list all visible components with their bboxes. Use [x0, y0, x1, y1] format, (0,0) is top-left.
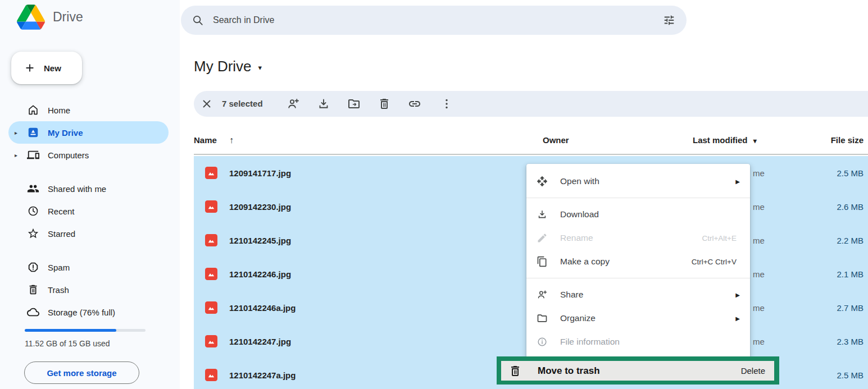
sidebar-item-label: Shared with me — [48, 184, 106, 194]
file-modified-by: me — [753, 168, 765, 178]
drive-logo-icon — [17, 4, 45, 30]
menu-item-open-with[interactable]: Open with ▶ — [526, 170, 750, 193]
sort-direction-caret-icon: ▾ — [753, 137, 757, 145]
file-modified-by: me — [753, 303, 765, 313]
annotation-highlight-box: Move to trash Delete — [497, 356, 779, 385]
drive-logo[interactable]: Drive — [17, 4, 83, 30]
column-header-file-size[interactable]: File size — [831, 135, 864, 145]
submenu-arrow-icon: ▶ — [735, 292, 740, 298]
search-input[interactable] — [213, 15, 663, 25]
storage-progress-bar — [25, 329, 146, 332]
info-icon — [537, 336, 549, 347]
sidebar-item-label: My Drive — [48, 128, 83, 138]
file-name: 1210142246.jpg — [229, 269, 291, 279]
sidebar-item-recent[interactable]: Recent — [0, 200, 180, 222]
home-icon — [27, 104, 39, 116]
sidebar-item-shared-with-me[interactable]: Shared with me — [0, 177, 180, 200]
trash-icon — [27, 283, 39, 296]
sidebar-item-storage[interactable]: Storage (76% full) — [0, 301, 180, 323]
sidebar-item-label: Storage (76% full) — [48, 308, 115, 317]
menu-divider — [526, 278, 750, 278]
sidebar-item-home[interactable]: Home — [0, 99, 180, 121]
column-header-name[interactable]: Name ↑ — [194, 135, 234, 145]
sidebar-item-label: Spam — [48, 263, 70, 272]
column-header-owner[interactable]: Owner — [543, 135, 569, 145]
sidebar-item-label: Starred — [48, 229, 75, 239]
plus-icon — [24, 62, 36, 74]
move-to-folder-icon[interactable] — [347, 97, 361, 111]
rename-pencil-icon — [537, 232, 549, 244]
image-file-icon — [205, 301, 217, 314]
expand-caret-icon[interactable]: ▸ — [15, 152, 20, 158]
menu-item-rename: Rename Ctrl+Alt+E — [526, 226, 750, 250]
get-link-icon[interactable] — [408, 97, 421, 111]
google-drive-app: Drive New Home ▸ My Drive ▸ — [0, 0, 868, 389]
image-file-icon — [205, 268, 217, 280]
storage-cloud-icon — [27, 306, 39, 318]
file-size: 2.7 MB — [837, 303, 864, 313]
my-drive-icon — [27, 126, 39, 139]
submenu-arrow-icon: ▶ — [735, 179, 740, 185]
menu-item-download[interactable]: Download — [526, 203, 750, 226]
download-icon — [537, 209, 549, 220]
trash-icon — [508, 364, 522, 378]
image-file-icon — [205, 167, 217, 179]
file-name: 1210142247.jpg — [229, 337, 291, 346]
menu-item-file-information: File information — [526, 330, 750, 354]
open-with-icon — [537, 176, 549, 187]
search-icon — [192, 14, 204, 26]
table-header: Name ↑ Owner Last modified ▾ File size — [194, 130, 868, 153]
title-dropdown-caret-icon: ▾ — [258, 63, 262, 72]
selected-count: 7 selected — [222, 99, 263, 108]
search-bar[interactable] — [181, 6, 687, 35]
sidebar-item-label: Recent — [48, 207, 75, 216]
sidebar-item-label: Home — [48, 106, 70, 115]
page-title[interactable]: My Drive ▾ — [194, 58, 262, 75]
file-name: 1209141717.jpg — [229, 168, 291, 178]
sidebar-item-computers[interactable]: ▸ Computers — [0, 144, 180, 166]
file-size: 2.1 MB — [837, 269, 864, 279]
recent-icon — [27, 205, 39, 217]
shortcut-label: Ctrl+C Ctrl+V — [692, 258, 737, 266]
trash-icon[interactable] — [378, 97, 391, 111]
header-divider — [194, 154, 868, 155]
share-person-add-icon[interactable] — [287, 97, 300, 111]
file-size: 2.2 MB — [837, 236, 864, 245]
new-button[interactable]: New — [11, 52, 82, 84]
copy-icon — [537, 256, 549, 267]
menu-item-make-a-copy[interactable]: Make a copy Ctrl+C Ctrl+V — [526, 250, 750, 273]
column-header-last-modified[interactable]: Last modified ▾ — [693, 135, 757, 145]
new-button-label: New — [44, 63, 61, 73]
sidebar-item-starred[interactable]: Starred — [0, 222, 180, 245]
file-name: 1210142245.jpg — [229, 236, 291, 245]
sidebar-item-spam[interactable]: Spam — [0, 256, 180, 278]
sidebar-item-label: Trash — [48, 285, 69, 295]
search-options-tune-icon[interactable] — [663, 14, 675, 26]
menu-item-share[interactable]: Share ▶ — [526, 283, 750, 306]
folder-icon — [537, 313, 549, 324]
sidebar-item-trash[interactable]: Trash — [0, 278, 180, 301]
menu-divider — [526, 198, 750, 198]
shortcut-label: Ctrl+Alt+E — [702, 234, 737, 242]
share-person-add-icon — [537, 289, 549, 300]
context-menu: Open with ▶ Download Rename Ctrl+Alt+E M… — [526, 164, 750, 359]
file-name: 1210142247a.jpg — [229, 370, 296, 380]
file-size: 2.3 MB — [837, 337, 864, 346]
expand-caret-icon[interactable]: ▸ — [15, 130, 20, 136]
menu-item-move-to-trash[interactable]: Move to trash Delete — [501, 361, 774, 381]
clear-selection-icon[interactable] — [201, 98, 213, 110]
sort-ascending-icon: ↑ — [229, 135, 234, 145]
computers-icon — [27, 149, 39, 161]
selection-toolbar: 7 selected — [194, 91, 868, 117]
more-actions-icon[interactable] — [440, 97, 453, 111]
get-more-storage-button[interactable]: Get more storage — [24, 361, 139, 384]
starred-icon — [27, 227, 39, 240]
file-name: 1210142246a.jpg — [229, 303, 296, 313]
sidebar-item-my-drive[interactable]: ▸ My Drive — [0, 121, 180, 144]
download-icon[interactable] — [317, 97, 330, 111]
image-file-icon — [205, 234, 217, 246]
sidebar: Drive New Home ▸ My Drive ▸ — [0, 0, 180, 389]
file-size: 2.5 MB — [837, 370, 864, 380]
spam-icon — [27, 261, 39, 273]
menu-item-organize[interactable]: Organize ▶ — [526, 306, 750, 330]
